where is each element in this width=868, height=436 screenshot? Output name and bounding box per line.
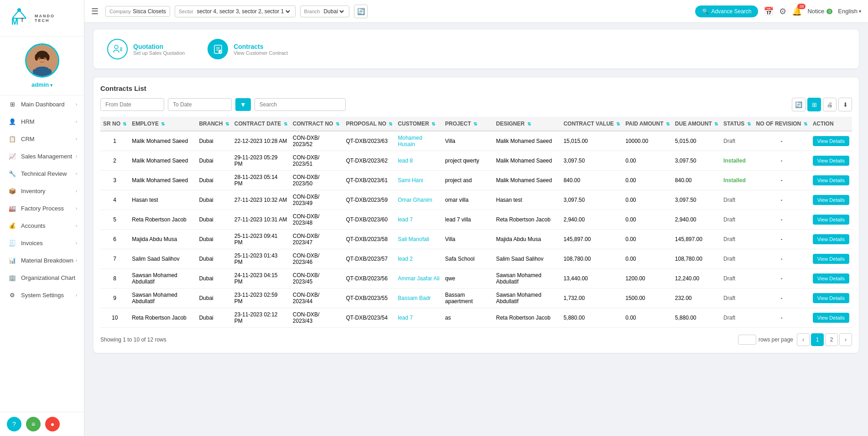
cell-status: Draft [721,230,754,249]
page-1-button[interactable]: 1 [811,333,824,346]
grid-view-button[interactable]: ⊞ [807,98,821,111]
gear-icon[interactable]: ⚙ [779,6,786,16]
language-selector[interactable]: English [838,8,861,15]
branch-filter[interactable]: Branch Dubai [300,5,350,17]
module-contracts[interactable]: ✓ Contracts View Customer Contract [203,37,292,62]
branch-select[interactable]: Dubai [322,8,345,15]
refresh-table-button[interactable]: 🔄 [792,98,806,111]
cell-due-amount: 145,897.00 [672,230,721,249]
sidebar-item-sales-management[interactable]: 📈 Sales Management › [0,147,84,165]
hamburger-icon[interactable]: ☰ [91,6,99,16]
cell-customer[interactable]: lead 8 [395,151,442,171]
search-input[interactable] [255,98,346,111]
cell-action[interactable]: View Details [810,230,852,249]
view-details-button[interactable]: View Details [813,195,849,205]
sidebar-item-label: Material Breakdown [21,257,73,264]
chevron-right-icon: › [76,154,77,159]
refresh-button[interactable]: 🔄 [354,5,368,18]
cell-project: project asd [442,171,494,190]
sidebar-item-material-breakdown[interactable]: 📊 Material Breakdown › [0,252,84,269]
cell-action[interactable]: View Details [810,289,852,308]
view-details-button[interactable]: View Details [813,273,849,284]
sidebar-item-accounts[interactable]: 💰 Accounts › [0,217,84,234]
from-date-input[interactable] [100,98,164,111]
cell-action[interactable]: View Details [810,210,852,230]
logo-icon: M T [7,5,32,31]
cell-customer[interactable]: Sali Manofali [395,230,442,249]
rows-per-page-input[interactable]: 10 [738,335,756,345]
bottom-btn-2[interactable]: ≡ [26,417,41,431]
sidebar-item-factory-process[interactable]: 🏭 Factory Process › [0,200,84,217]
cell-designer: Reta Robertson Jacob [493,210,561,230]
sidebar-item-main-dashboard[interactable]: ⊞ Main Dashboard › [0,95,84,113]
cell-action[interactable]: View Details [810,131,852,151]
cell-customer[interactable]: Sami Hani [395,171,442,190]
cell-contract-value: 108,780.00 [561,249,623,269]
cell-designer: Hasan test [493,190,561,210]
bottom-btn-1[interactable]: ? [7,417,21,431]
sidebar-item-hrm[interactable]: 👤 HRM › [0,113,84,130]
cell-paid-amount: 0.00 [623,249,672,269]
prev-page-button[interactable]: ‹ [797,333,810,346]
company-label: Company [109,9,131,14]
cell-customer[interactable]: Omar Ghanim [395,190,442,210]
cell-proposal-no: QT-DXB/2023/62 [343,151,395,171]
advance-search-button[interactable]: 🔍 Advance Search [695,5,758,17]
view-details-button[interactable]: View Details [813,136,849,146]
sidebar-item-system-settings[interactable]: ⚙ System Settings › [0,286,84,304]
notice-button[interactable]: Notice 0 [807,8,832,15]
cell-action[interactable]: View Details [810,308,852,328]
view-details-button[interactable]: View Details [813,234,849,244]
print-button[interactable]: 🖨 [823,98,837,111]
col-employee: EMPLOYE ⇅ [129,117,196,131]
next-page-button[interactable]: › [839,333,852,346]
sector-select[interactable]: sector 4, sector 3, sector 2, sector 1 [195,8,291,15]
cell-customer[interactable]: Mohamed Husain [395,131,442,151]
cell-proposal-no: QT-DXB/2023/59 [343,190,395,210]
bell-icon[interactable]: 🔔 38 [792,6,802,16]
company-filter[interactable]: Company Sisca Closets [105,6,170,17]
cell-customer[interactable]: lead 7 [395,210,442,230]
col-sr: SR NO ⇅ [100,117,129,131]
cell-action[interactable]: View Details [810,151,852,171]
bottom-btn-3[interactable]: ● [45,417,60,431]
cell-branch: Dubai [196,249,231,269]
module-quotation[interactable]: Quotation Set up Sales Quotation [103,37,189,62]
sidebar-item-crm[interactable]: 📋 CRM › [0,130,84,147]
cell-action[interactable]: View Details [810,190,852,210]
cell-contract-no: CON-DXB/ 2023/52 [290,131,343,151]
cell-action[interactable]: View Details [810,171,852,190]
cell-due-amount: 5,015.00 [672,131,721,151]
cell-project: lead 7 villa [442,210,494,230]
sidebar-item-label: Technical Review [21,170,67,177]
cell-customer[interactable]: Bassam Badr [395,289,442,308]
col-due-amount: DUE AMOUNT ⇅ [672,117,721,131]
sidebar-item-organizational-chart[interactable]: 🏢 Organizational Chart [0,269,84,286]
view-details-button[interactable]: View Details [813,293,849,303]
sidebar-item-invoices[interactable]: 🧾 Invoices › [0,234,84,252]
view-details-button[interactable]: View Details [813,254,849,264]
sidebar-item-technical-review[interactable]: 🔧 Technical Review › [0,165,84,182]
user-name[interactable]: admin [31,81,52,88]
cell-action[interactable]: View Details [810,269,852,289]
sector-filter[interactable]: Sector sector 4, sector 3, sector 2, sec… [175,5,296,17]
to-date-input[interactable] [168,98,232,111]
cell-status: Draft [721,269,754,289]
chevron-right-icon: › [76,293,77,298]
cell-designer: Sawsan Mohamed Abdullatif [493,269,561,289]
view-details-button[interactable]: View Details [813,215,849,225]
export-button[interactable]: ⬇ [838,98,852,111]
sidebar-item-inventory[interactable]: 📦 Inventory › [0,182,84,200]
filter-button[interactable]: ▼ [235,98,251,111]
calendar-icon[interactable]: 📅 [764,6,774,16]
cell-action[interactable]: View Details [810,249,852,269]
cell-customer[interactable]: Ammar Jaafar Ali [395,269,442,289]
view-details-button[interactable]: View Details [813,156,849,166]
cell-customer[interactable]: lead 2 [395,249,442,269]
cell-sr: 6 [100,230,129,249]
view-details-button[interactable]: View Details [813,313,849,323]
page-2-button[interactable]: 2 [825,333,838,346]
cell-customer[interactable]: lead 7 [395,308,442,328]
cell-status: Draft [721,131,754,151]
view-details-button[interactable]: View Details [813,175,849,185]
